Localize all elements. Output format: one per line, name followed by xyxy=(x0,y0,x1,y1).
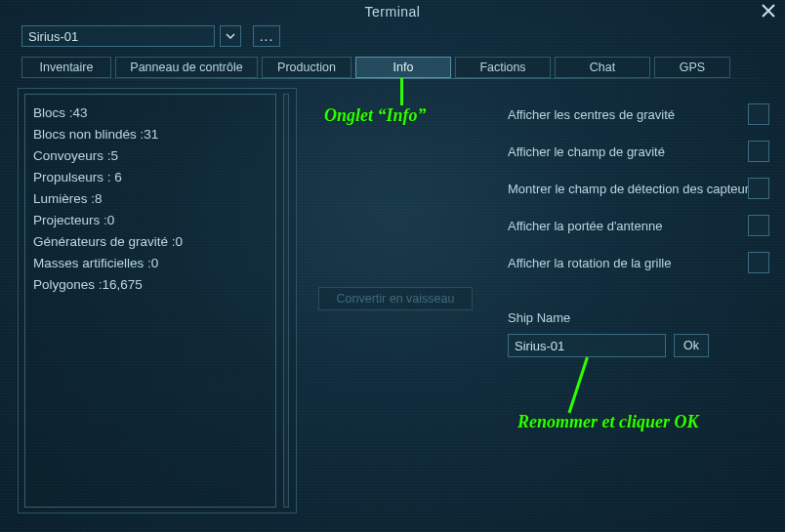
annotation-line xyxy=(568,357,589,414)
option-label: Afficher les centres de gravité xyxy=(508,107,748,122)
tab-label: GPS xyxy=(680,61,705,74)
tab-label: Production xyxy=(277,61,336,74)
option-checkbox[interactable] xyxy=(748,103,769,125)
ellipsis-icon: ... xyxy=(260,28,274,44)
option-row: Afficher la rotation de la grille xyxy=(508,244,777,281)
stat-row: Générateurs de gravité :0 xyxy=(33,231,268,253)
close-button[interactable] xyxy=(760,2,777,20)
option-checkbox[interactable] xyxy=(748,215,769,236)
chevron-down-icon xyxy=(225,30,236,42)
window-title: Terminal xyxy=(0,4,785,20)
stats-scrollbar[interactable] xyxy=(283,94,289,508)
tab-label: Panneau de contrôle xyxy=(130,61,242,74)
option-label: Montrer le champ de détection des capteu… xyxy=(508,182,748,196)
convert-ship-button[interactable]: Convertir en vaisseau xyxy=(318,287,473,310)
tab-panneau-controle[interactable]: Panneau de contrôle xyxy=(115,57,258,78)
option-row: Afficher le champ de gravité xyxy=(508,133,777,170)
option-label: Afficher le champ de gravité xyxy=(508,144,748,159)
tab-divider xyxy=(21,78,777,79)
ship-name-input[interactable] xyxy=(508,334,666,357)
ship-select-value: Sirius-01 xyxy=(28,29,78,44)
ship-select-dropdown[interactable] xyxy=(220,25,241,47)
tab-factions[interactable]: Factions xyxy=(455,57,551,78)
option-row: Afficher la portée d'antenne xyxy=(508,207,777,244)
ship-name-ok-button[interactable]: Ok xyxy=(674,334,709,357)
tab-label: Chat xyxy=(590,61,615,74)
ok-label: Ok xyxy=(683,339,699,352)
option-checkbox[interactable] xyxy=(748,141,769,162)
option-checkbox[interactable] xyxy=(748,178,769,199)
tab-chat[interactable]: Chat xyxy=(555,57,650,78)
stat-row: Lumières :8 xyxy=(33,188,268,210)
annotation-line xyxy=(400,78,403,105)
tab-label: Inventaire xyxy=(40,61,94,74)
option-row: Montrer le champ de détection des capteu… xyxy=(508,170,777,207)
tab-label: Info xyxy=(393,61,414,74)
stat-row: Blocs :43 xyxy=(33,102,268,124)
annotation-info-tab: Onglet “Info” xyxy=(324,105,427,126)
stat-row: Blocs non blindés :31 xyxy=(33,124,268,145)
more-button[interactable]: ... xyxy=(253,25,280,47)
stat-row: Propulseurs : 6 xyxy=(33,167,268,188)
annotation-rename: Renommer et cliquer OK xyxy=(517,412,699,432)
stat-row: Convoyeurs :5 xyxy=(33,145,268,167)
convert-ship-label: Convertir en vaisseau xyxy=(337,292,455,306)
tab-gps[interactable]: GPS xyxy=(654,57,730,78)
display-options: Afficher les centres de gravité Afficher… xyxy=(508,96,777,281)
option-checkbox[interactable] xyxy=(748,252,769,273)
ship-name-label: Ship Name xyxy=(508,310,570,325)
tab-production[interactable]: Production xyxy=(262,57,351,78)
option-row: Afficher les centres de gravité xyxy=(508,96,777,133)
tab-info[interactable]: Info xyxy=(355,57,451,78)
tab-inventaire[interactable]: Inventaire xyxy=(21,57,111,78)
ship-select[interactable]: Sirius-01 xyxy=(21,25,215,47)
tab-row: Inventaire Panneau de contrôle Productio… xyxy=(21,57,777,78)
stat-row: Polygones :16,675 xyxy=(33,274,268,296)
stats-list: Blocs :43 Blocs non blindés :31 Convoyeu… xyxy=(24,94,276,508)
close-icon xyxy=(760,2,777,20)
option-label: Afficher la portée d'antenne xyxy=(508,219,748,233)
stat-row: Projecteurs :0 xyxy=(33,210,268,231)
stat-row: Masses artificielles :0 xyxy=(33,253,268,274)
option-label: Afficher la rotation de la grille xyxy=(508,256,748,270)
tab-label: Factions xyxy=(479,61,525,74)
